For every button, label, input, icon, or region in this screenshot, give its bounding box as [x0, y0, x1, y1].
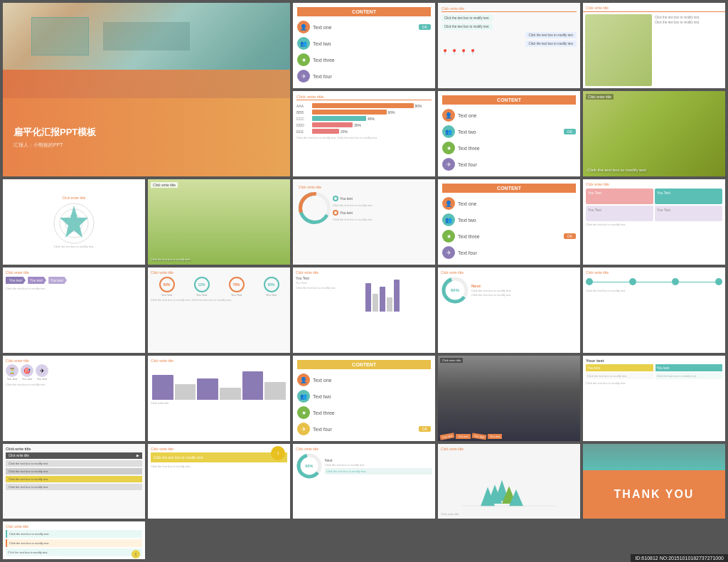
vbar-area — [365, 276, 433, 312]
slide-11[interactable]: CONTENT 👤 Text one 👥 Text two ★ Text thr… — [438, 179, 580, 265]
card-1: You Text — [586, 189, 653, 204]
thankyou-text: THANK YOU — [614, 488, 695, 501]
thank-top-img — [583, 444, 725, 470]
id-bar: ID:610812 NO:20151010182737271000 — [631, 554, 728, 562]
card-3: You Text — [586, 206, 653, 221]
slide-23[interactable]: Click write title Click write title ▶ Cl… — [3, 444, 145, 519]
slide-25[interactable]: Click write title 60% Next Click the tex… — [293, 444, 435, 519]
bar-caption: Click the text box to modify text. Click… — [296, 136, 432, 139]
thankyou-area: THANK YOU — [583, 470, 725, 519]
slide-26-title: Click write title — [441, 447, 464, 451]
card-4: You Text — [655, 206, 722, 221]
slide-2[interactable]: CONTENT 👤 Text one OK 👥 Text two ★ Text … — [293, 3, 435, 88]
teal-tag-1: You text — [655, 364, 723, 371]
c20-icon-3: ★ — [297, 406, 310, 419]
dot-1 — [586, 278, 593, 285]
c6-row-2: 👥 Text two OK — [442, 125, 576, 138]
purple-icon-2: 🎯 You text — [21, 364, 33, 381]
content-row-3: ★ Text three — [297, 53, 431, 66]
slide-18-title: Click enter title — [6, 359, 142, 363]
chat-item-2: Click the text box to modify text. — [441, 23, 493, 30]
slide-4[interactable]: Click write title Click the text box to … — [583, 3, 725, 88]
slide-15[interactable]: Click write title You Text You Text Clic… — [293, 267, 435, 353]
teal-box-1: Click the text box to modify text. — [6, 530, 142, 538]
c6-row-4: ✈ Text four — [442, 158, 576, 171]
list-row-1: Click the text box to modify text. — [6, 460, 142, 467]
slide-5[interactable]: Click write title AAA 80% BBB 60% CCC 40… — [293, 91, 435, 176]
bar-5: EEE 20% — [296, 129, 432, 134]
slide-16[interactable]: Click write title 60% Next Click the tex… — [438, 267, 580, 353]
yellow-circle-deco: ! — [271, 446, 285, 460]
icon-3: ★ — [297, 53, 310, 66]
slide-19[interactable]: Click write title Click write title — [148, 356, 290, 441]
icon-2: 👥 — [297, 37, 310, 50]
arrow-2: You text — [26, 277, 46, 284]
location-icons: 📍 📍 📍 📍 — [441, 49, 577, 55]
slide-3[interactable]: Click write title Click the text box to … — [438, 3, 580, 88]
slide-20[interactable]: CONTENT 👤 Text one 👥 Text two ★ Text thr… — [293, 356, 435, 441]
list-row-3: Click the text box to modify text. — [6, 484, 142, 490]
slide-10-title: Click write title — [296, 183, 432, 190]
slide-thankyou[interactable]: THANK YOU — [583, 444, 725, 519]
bar-4: DDD 30% — [296, 122, 432, 127]
donut-content: 60% Next Click the text box to modify te… — [441, 276, 577, 304]
c6-badge-ok: OK — [564, 129, 576, 134]
slide-18[interactable]: Click enter title ⏳ You text 🎯 You text … — [3, 356, 145, 441]
slide-9[interactable]: Click write title Click the text box to … — [148, 179, 290, 265]
slide-8-title: Click enter title — [63, 196, 86, 200]
donut-text: Next Click the text box to modify text. … — [471, 284, 577, 297]
slide-19-title: Click write title — [151, 359, 287, 363]
slide-13[interactable]: Click enter title You text You text You … — [3, 267, 145, 353]
c6-icon-2: 👥 — [442, 125, 455, 138]
percent-1: 50% You Text — [159, 277, 175, 297]
slide-26[interactable]: Click write title Click write title — [438, 444, 580, 519]
slide-cover[interactable]: 扁平化汇报PPT模板 汇报人：小熊板的PPT — [3, 3, 290, 176]
icon-4: ✈ — [297, 70, 310, 83]
slide-14[interactable]: Click write title 50% You Text 12% You T… — [148, 267, 290, 353]
svg-marker-3 — [60, 206, 88, 238]
slide-24[interactable]: Click write title Click the text box to … — [148, 444, 290, 519]
yellow-col-2: You text Click the text box to modify te… — [655, 364, 723, 379]
slide-21[interactable]: Click enter title You text You text You … — [438, 356, 580, 441]
list-header: Click write title ▶ — [6, 452, 142, 459]
star-label: Click the text box to modify text. — [54, 245, 94, 248]
city-label: Click enter title — [440, 358, 463, 363]
c11-badge-ok: OK — [564, 233, 576, 239]
yellow-caption: Click the text box to modify text. — [151, 465, 287, 468]
timeline-caption: Click the text box to modify text. — [586, 289, 722, 292]
bar-a — [152, 375, 173, 400]
c6-text-2: Text two — [458, 129, 561, 134]
slide-7[interactable]: Click enter title Click the text box to … — [583, 91, 725, 176]
vbar-5 — [394, 280, 400, 312]
c20-text-1: Text one — [313, 378, 431, 383]
percent-row: 50% You Text 12% You Text 78% You Text 9… — [151, 277, 287, 297]
right-text: Click the text box to modify text. Click… — [653, 14, 723, 86]
percent-2: 12% You Text — [194, 277, 210, 297]
c11-icon-2: 👥 — [442, 213, 455, 226]
badge-ok-1: OK — [419, 24, 431, 30]
purple-icon-3: ✈ You text — [36, 364, 48, 381]
slide-13-title: Click enter title — [6, 270, 142, 275]
arrow-1: You text — [6, 277, 26, 284]
slide-23-title: Click write title — [6, 447, 142, 451]
c6-text-3: Text three — [458, 146, 576, 151]
vbar-1 — [365, 283, 371, 312]
slide-17[interactable]: Click write title Click the text box to … — [583, 267, 725, 353]
dot-2 — [629, 278, 636, 285]
list-row-2: Click the text box to modify text. — [6, 468, 142, 474]
vbar-3 — [380, 287, 385, 312]
c11-icon-4: ✈ — [442, 246, 455, 259]
percent-4: 90% You Text — [264, 277, 279, 297]
cover-image — [3, 3, 290, 98]
slide-25-title: Click write title — [296, 447, 432, 451]
chat-item-4: Click the text box to modify text. — [525, 41, 577, 47]
arrow-flow: You text You text You text — [6, 277, 142, 284]
slide-10[interactable]: Click write title You text Click the tex… — [293, 179, 435, 265]
percent-caption: Click the text box to modify text. Click… — [151, 298, 287, 302]
slide-8[interactable]: Click enter title Click the text box to … — [3, 179, 145, 265]
purple-icons-row: ⏳ You text 🎯 You text ✈ You text — [6, 364, 142, 381]
text-3: Text three — [313, 58, 431, 63]
slide-22[interactable]: Your text You text Click the text box to… — [583, 356, 725, 441]
slide-12[interactable]: Click enter title You Text You Text You … — [583, 179, 725, 265]
slide-6[interactable]: CONTENT 👤 Text one 👥 Text two OK ★ Text … — [438, 91, 580, 176]
